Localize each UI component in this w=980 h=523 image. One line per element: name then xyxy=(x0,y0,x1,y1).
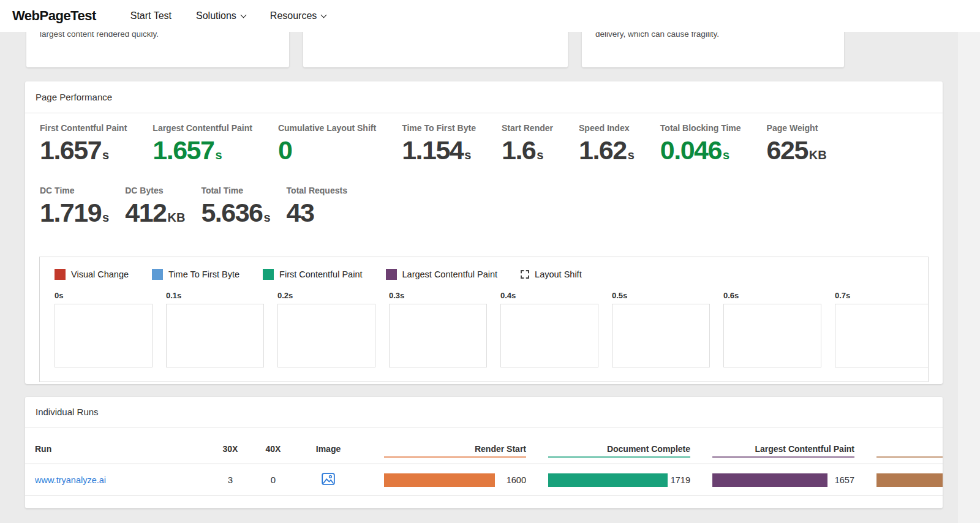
document-complete-underline xyxy=(548,456,690,458)
scrollbar-gutter xyxy=(958,32,980,523)
run-30x-count: 3 xyxy=(209,475,252,485)
metric-dc-time: DC Time 1.719s xyxy=(40,184,109,233)
filmstrip-frame-0.3s: 0.3s xyxy=(389,291,487,367)
run-row: www.tryanalyze.ai 3 0 1600 1719 xyxy=(25,464,943,496)
column-header-30x: 30X xyxy=(209,444,252,464)
individual-runs-title: Individual Runs xyxy=(25,397,943,427)
metrics-grid: First Contentful Paint 1.657s Largest Co… xyxy=(25,113,943,233)
filmstrip-frame-0.4s: 0.4s xyxy=(500,291,598,367)
document-complete-cell: 1719 xyxy=(548,473,690,487)
metric-dc-bytes: DC Bytes 412KB xyxy=(125,184,185,233)
chevron-down-icon xyxy=(240,12,246,18)
legend-time-to-first-byte: Time To First Byte xyxy=(152,269,239,280)
filmstrip-frame-0.7s: 0.7s xyxy=(835,291,929,367)
render-start-bar xyxy=(384,473,495,487)
lcp-swatch-icon xyxy=(386,269,397,280)
legend-layout-shift: Layout Shift xyxy=(521,269,582,279)
column-header-clipped xyxy=(876,454,943,464)
document-complete-value: 1719 xyxy=(671,475,690,485)
run-40x-count: 0 xyxy=(252,475,295,485)
filmstrip-frame-0.2s: 0.2s xyxy=(277,291,375,367)
legend-largest-contentful-paint: Largest Contentful Paint xyxy=(386,269,498,280)
metric-total-requests: Total Requests 43 xyxy=(287,184,347,233)
column-header-image: Image xyxy=(295,444,362,464)
metric-start-render: Start Render 1.6s xyxy=(502,122,553,171)
metric-cumulative-layout-shift: Cumulative Layout Shift 0 xyxy=(278,122,376,171)
layout-shift-swatch-icon xyxy=(521,270,529,279)
webpagetest-logo[interactable]: WebPageTest xyxy=(12,8,96,24)
clipped-column-underline xyxy=(876,456,943,458)
lcp-underline xyxy=(712,456,854,458)
column-header-document-complete: Document Complete xyxy=(548,444,690,464)
column-header-largest-contentful-paint: Largest Contentful Paint xyxy=(712,444,854,464)
filmstrip-frame-0.6s: 0.6s xyxy=(723,291,821,367)
metrics-row-1: First Contentful Paint 1.657s Largest Co… xyxy=(40,122,928,171)
filmstrip-frame-0s: 0s xyxy=(55,291,153,367)
render-start-underline xyxy=(384,456,526,458)
metric-total-blocking-time: Total Blocking Time 0.046s xyxy=(660,122,741,171)
render-start-cell: 1600 xyxy=(384,473,526,487)
metric-speed-index: Speed Index 1.62s xyxy=(579,122,635,171)
page-performance-title: Page Performance xyxy=(25,81,943,113)
document-complete-bar xyxy=(548,473,668,487)
filmstrip-thumbnail xyxy=(723,304,821,367)
nav-item-label: Resources xyxy=(270,10,317,21)
filmstrip-thumbnail xyxy=(835,304,929,367)
lcp-bar xyxy=(712,473,827,487)
page-performance-card: Page Performance First Contentful Paint … xyxy=(25,81,943,384)
lcp-cell: 1657 xyxy=(712,473,854,487)
nav-item-solutions[interactable]: Solutions xyxy=(196,10,246,21)
metrics-row-2: DC Time 1.719s DC Bytes 412KB Total Time… xyxy=(40,184,928,233)
legend-visual-change: Visual Change xyxy=(55,269,129,280)
filmstrip-frame-0.1s: 0.1s xyxy=(166,291,264,367)
legend-first-contentful-paint: First Contentful Paint xyxy=(263,269,362,280)
metric-largest-contentful-paint: Largest Contentful Paint 1.657s xyxy=(153,122,252,171)
metric-first-contentful-paint: First Contentful Paint 1.657s xyxy=(40,122,127,171)
filmstrip-legend: Visual Change Time To First Byte First C… xyxy=(55,268,928,281)
clipped-bar xyxy=(876,473,943,487)
filmstrip-thumbnail xyxy=(500,304,598,367)
metric-time-to-first-byte: Time To First Byte 1.154s xyxy=(402,122,476,171)
metric-page-weight: Page Weight 625KB xyxy=(767,122,827,171)
filmstrip-thumbnail xyxy=(389,304,487,367)
column-header-40x: 40X xyxy=(252,444,295,464)
column-header-run: Run xyxy=(25,444,209,464)
image-icon[interactable] xyxy=(322,473,335,485)
webpagetest-results-page: largest content rendered quickly. delive… xyxy=(0,0,980,523)
chevron-down-icon xyxy=(321,12,327,18)
runs-table-header: Run 30X 40X Image Render Start Document … xyxy=(25,427,943,464)
column-header-render-start: Render Start xyxy=(384,444,526,464)
nav-item-label: Start Test xyxy=(130,10,172,21)
filmstrip-thumbnail xyxy=(277,304,375,367)
run-url-link[interactable]: www.tryanalyze.ai xyxy=(35,475,106,485)
metric-total-time: Total Time 5.636s xyxy=(201,184,270,233)
nav-item-start-test[interactable]: Start Test xyxy=(130,10,172,21)
nav-item-resources[interactable]: Resources xyxy=(270,10,326,21)
render-start-value: 1600 xyxy=(507,475,526,485)
individual-runs-card: Individual Runs Run 30X 40X Image Render… xyxy=(25,397,943,508)
lcp-value: 1657 xyxy=(835,475,854,485)
fcp-swatch-icon xyxy=(263,269,274,280)
filmstrip-thumbnail xyxy=(612,304,710,367)
filmstrip-frame-0.5s: 0.5s xyxy=(612,291,710,367)
top-navigation: WebPageTest Start Test Solutions Resourc… xyxy=(0,0,980,32)
filmstrip-thumbnail xyxy=(166,304,264,367)
clipped-timing-cell xyxy=(876,473,943,487)
ttfb-swatch-icon xyxy=(152,269,163,280)
filmstrip-thumbnail xyxy=(55,304,153,367)
filmstrip-panel: Visual Change Time To First Byte First C… xyxy=(39,257,929,382)
filmstrip-frames: 0s 0.1s 0.2s 0.3s 0.4s xyxy=(55,291,928,367)
nav-item-label: Solutions xyxy=(196,10,236,21)
visual-change-swatch-icon xyxy=(55,269,66,280)
